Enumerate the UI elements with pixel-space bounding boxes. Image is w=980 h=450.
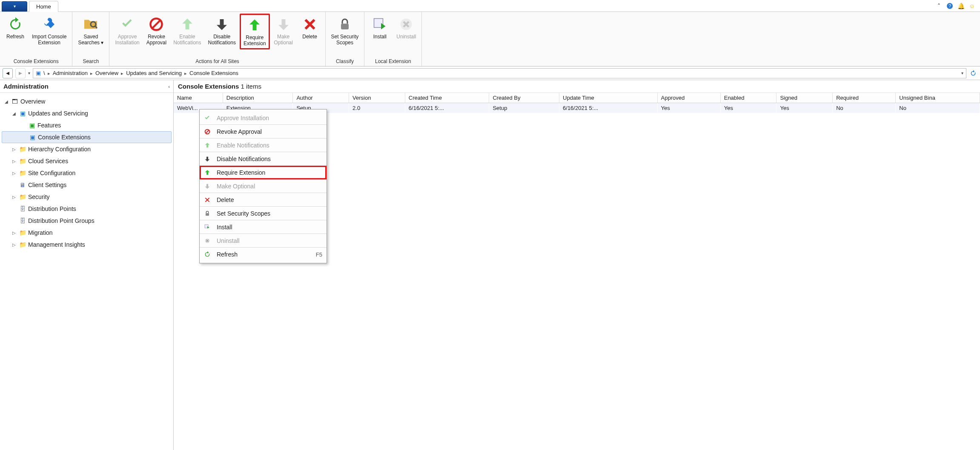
ribbon: Refresh Import Console Extension Console…: [0, 12, 980, 66]
col-name[interactable]: Name: [174, 93, 223, 103]
tree-node-console-extensions[interactable]: ▣ Console Extensions: [2, 131, 172, 143]
import-console-extension-button[interactable]: Import Console Extension: [29, 14, 69, 48]
cell-required: No: [833, 103, 896, 113]
nav-tree: ◢ 🗔 Overview ◢ ▣ Updates and Servicing ▣…: [0, 93, 173, 450]
collapse-sidebar-icon[interactable]: ‹: [168, 84, 170, 89]
tree-node-security[interactable]: ▷ 📁 Security: [2, 191, 172, 203]
cm-shortcut: F5: [316, 251, 322, 258]
enable-notifications-button: Enable Notifications: [170, 14, 204, 48]
console-ext-icon: ▣: [29, 134, 36, 141]
col-enabled[interactable]: Enabled: [720, 93, 777, 103]
tree-node-dist-groups[interactable]: 🗄 Distribution Point Groups: [2, 215, 172, 227]
tree-node-cloud[interactable]: ▷ 📁 Cloud Services: [2, 155, 172, 167]
col-unsigned[interactable]: Unsigned Bina: [896, 93, 980, 103]
cm-disable-notifications[interactable]: Disable Notifications: [200, 152, 327, 166]
col-created-time[interactable]: Created Time: [405, 93, 489, 103]
col-approved[interactable]: Approved: [657, 93, 720, 103]
breadcrumb-dropdown-icon[interactable]: ▾: [961, 71, 963, 75]
nav-dropdown-icon[interactable]: ▾: [28, 71, 30, 75]
install-button[interactable]: Install: [367, 14, 393, 42]
ribbon-group-console-extensions: Refresh Import Console Extension Console…: [0, 12, 72, 66]
svg-line-5: [152, 20, 160, 28]
tree-node-client[interactable]: 🖥 Client Settings: [2, 179, 172, 191]
breadcrumb-item[interactable]: Console Extensions: [189, 70, 238, 76]
expanded-icon: ◢: [3, 99, 9, 104]
revoke-approval-button[interactable]: Revoke Approval: [143, 14, 169, 48]
tree-label: Migration: [28, 229, 53, 236]
arrow-up-green-icon: [204, 142, 212, 149]
require-label: Require Extension: [244, 35, 266, 46]
set-security-scopes-button[interactable]: Set Security Scopes: [328, 14, 362, 48]
uninstall-label: Uninstall: [396, 34, 416, 40]
cm-delete[interactable]: Delete: [200, 193, 327, 207]
features-icon: ▣: [28, 122, 36, 129]
nav-forward-button[interactable]: ►: [15, 68, 26, 78]
breadcrumb-item[interactable]: Administration: [53, 70, 88, 76]
cm-refresh[interactable]: Refresh F5: [200, 248, 327, 261]
disable-notifications-button[interactable]: Disable Notifications: [205, 14, 239, 48]
cm-revoke-approval[interactable]: Revoke Approval: [200, 125, 327, 138]
nav-back-button[interactable]: ◄: [3, 68, 13, 78]
col-update-time[interactable]: Update Time: [559, 93, 658, 103]
col-description[interactable]: Description: [223, 93, 293, 103]
cm-install[interactable]: Install: [200, 220, 327, 234]
content-header: Console Extensions 1 items: [174, 80, 980, 93]
collapsed-icon: ▷: [11, 242, 17, 247]
arrow-down-grey-icon: [204, 183, 212, 190]
tree-node-mgmt-insights[interactable]: ▷ 📁 Management Insights: [2, 239, 172, 251]
col-author[interactable]: Author: [293, 93, 349, 103]
tree-node-dist-points[interactable]: 🗄 Distribution Points: [2, 203, 172, 215]
tree-node-features[interactable]: ▣ Features: [2, 119, 172, 131]
set-scopes-label: Set Security Scopes: [331, 34, 359, 46]
require-extension-button[interactable]: Require Extension: [240, 14, 270, 49]
tree-node-overview[interactable]: ◢ 🗔 Overview: [2, 95, 172, 107]
saved-searches-button[interactable]: Saved Searches ▾: [75, 14, 106, 48]
cm-uninstall: Uninstall: [200, 234, 327, 248]
tab-home[interactable]: Home: [29, 1, 58, 12]
approve-label: Approve Installation: [115, 34, 139, 46]
sidebar-header: Administration ‹: [0, 80, 173, 93]
chevron-up-icon[interactable]: ˄: [935, 2, 943, 10]
arrow-up-bright-green-icon: [246, 17, 263, 34]
check-icon: [119, 16, 136, 33]
bell-icon[interactable]: 🔔: [957, 2, 965, 10]
cm-label: Delete: [217, 196, 322, 203]
ribbon-group-label: Search: [83, 58, 99, 65]
col-created-by[interactable]: Created By: [489, 93, 559, 103]
tree-node-updates[interactable]: ◢ ▣ Updates and Servicing: [2, 107, 172, 119]
revoke-label: Revoke Approval: [146, 34, 166, 46]
breadcrumb-item[interactable]: Updates and Servicing: [126, 70, 182, 76]
refresh-button[interactable]: Refresh: [3, 14, 28, 42]
tree-node-migration[interactable]: ▷ 📁 Migration: [2, 227, 172, 239]
folder-icon: 📁: [19, 146, 26, 153]
breadcrumb-item[interactable]: Overview: [95, 70, 118, 76]
chevron-right-icon: [184, 70, 187, 76]
col-version[interactable]: Version: [349, 93, 405, 103]
collapsed-icon: ▷: [11, 159, 17, 164]
ribbon-group-label: Actions for All Sites: [195, 58, 239, 65]
breadcrumb[interactable]: ▣ \ Administration Overview Updates and …: [33, 68, 966, 78]
cm-set-security-scopes[interactable]: Set Security Scopes: [200, 207, 327, 220]
ribbon-group-label: Local Extension: [375, 58, 411, 65]
col-required[interactable]: Required: [833, 93, 896, 103]
grid-header-row[interactable]: Name Description Author Version Created …: [174, 93, 980, 103]
cm-enable-notifications: Enable Notifications: [200, 138, 327, 152]
delete-button[interactable]: Delete: [297, 14, 323, 42]
cell-created-time: 6/16/2021 5:...: [405, 103, 489, 113]
svg-rect-11: [206, 213, 209, 216]
refresh-icon: [7, 16, 24, 33]
cell-update-time: 6/16/2021 5:...: [559, 103, 658, 113]
cm-require-extension[interactable]: Require Extension: [200, 166, 327, 179]
tree-node-hierarchy[interactable]: ▷ 📁 Hierarchy Configuration: [2, 143, 172, 155]
help-icon[interactable]: ?: [946, 2, 954, 10]
collapsed-icon: ▷: [11, 171, 17, 176]
cm-label: Revoke Approval: [217, 128, 322, 135]
tree-node-site[interactable]: ▷ 📁 Site Configuration: [2, 167, 172, 179]
arrow-down-dark-icon: [213, 16, 230, 33]
col-signed[interactable]: Signed: [777, 93, 833, 103]
app-menu-button[interactable]: ▾: [2, 1, 27, 12]
smiley-icon[interactable]: ☺: [968, 2, 976, 10]
collapsed-icon: ▷: [11, 147, 17, 152]
ribbon-group-label: Classify: [336, 58, 354, 65]
nav-refresh-button[interactable]: [969, 69, 977, 78]
